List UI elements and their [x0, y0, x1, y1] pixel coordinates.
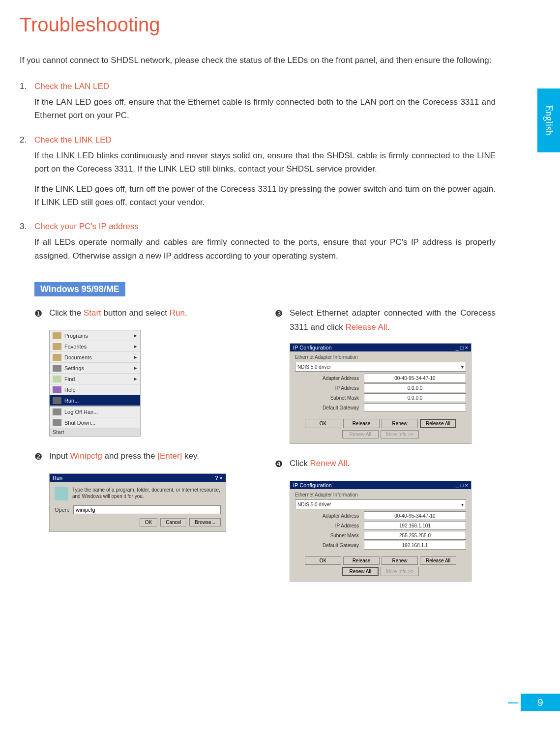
s3-kw1: Release All — [345, 322, 387, 332]
chevron-down-icon: ▾ — [459, 364, 464, 370]
step-2-body-a: If the LINK LED blinks continuously and … — [34, 149, 496, 175]
folder-icon — [53, 354, 61, 361]
ok-button[interactable]: OK — [305, 556, 341, 565]
renew-button[interactable]: Renew — [382, 419, 418, 428]
ip-address-value: 192.168.1.101 — [364, 521, 466, 530]
gateway-value: 192.168.1.1 — [364, 541, 466, 550]
run-title: Run — [53, 475, 62, 481]
s1-mid: button and select — [101, 308, 170, 318]
cancel-button[interactable]: Cancel — [160, 518, 186, 526]
figure-start-menu: Programs▸ Favorites▸ Documents▸ Settings… — [49, 330, 141, 437]
menu-programs[interactable]: Programs▸ — [50, 330, 140, 341]
close-icon[interactable]: ? × — [215, 475, 223, 481]
adapter-combo[interactable]: NDIS 5.0 driver ▾ — [295, 499, 466, 509]
more-info-button[interactable]: More Info >> — [381, 567, 419, 576]
ip-address-label: IP Address — [295, 523, 364, 528]
arrow-icon: ▸ — [134, 365, 137, 371]
browse-button[interactable]: Browse... — [189, 518, 221, 526]
adapter-address-label: Adapter Address — [295, 376, 364, 381]
ok-button[interactable]: OK — [140, 518, 157, 526]
renew-button[interactable]: Renew — [382, 556, 418, 565]
arrow-icon: ▸ — [134, 332, 137, 339]
subnet-mask-label: Subnet Mask — [295, 395, 364, 401]
col-left: ❶ Click the Start button and select Run.… — [34, 306, 255, 594]
ipcfg2-title: IP Configuration — [293, 482, 332, 488]
ipcfg2-group: Ethernet Adapter Information — [295, 492, 466, 497]
figure-run-dialog: Run ? × Type the name of a program, fold… — [49, 473, 226, 532]
window-controls-icon[interactable]: _ □ × — [456, 345, 468, 350]
step-2-body-b: If the LINK LED goes off, turn off the p… — [34, 182, 496, 209]
page-title: Troubleshooting — [20, 14, 540, 36]
bullet-2: ❷ — [34, 449, 49, 465]
step-2: Check the LINK LED If the LINK LED blink… — [20, 135, 496, 209]
step-1-title: Check the LAN LED — [34, 82, 496, 91]
menu-shutdown[interactable]: Shut Down... — [50, 417, 140, 428]
gateway-label: Default Gateway — [295, 405, 364, 410]
release-button[interactable]: Release — [343, 419, 380, 428]
s3-post: . — [387, 322, 389, 332]
page-number: 9 — [521, 694, 560, 711]
arrow-icon: ▸ — [134, 376, 137, 382]
menu-logoff-label: Log Off Han... — [64, 409, 98, 415]
menu-logoff[interactable]: Log Off Han... — [50, 407, 140, 417]
s4-post: . — [347, 459, 350, 468]
ipcfg1-title: IP Configuration — [293, 345, 332, 350]
release-button[interactable]: Release — [343, 556, 380, 565]
menu-run[interactable]: Run... — [50, 395, 140, 406]
s1-kw2: Run — [170, 308, 185, 318]
menu-help[interactable]: Help — [50, 384, 140, 395]
ip-address-label: IP Address — [295, 385, 364, 391]
step-3-title: Check your PC's IP address — [34, 222, 496, 232]
menu-run-label: Run... — [64, 398, 79, 404]
key-icon — [53, 408, 61, 415]
run-titlebar: Run ? × — [50, 474, 226, 482]
open-input[interactable] — [73, 505, 221, 514]
menu-settings-label: Settings — [64, 365, 84, 371]
chevron-down-icon: ▾ — [459, 502, 464, 507]
menu-documents[interactable]: Documents▸ — [50, 352, 140, 363]
subnet-mask-value: 255.255.255.0 — [364, 531, 466, 540]
ipcfg1-titlebar: IP Configuration _ □ × — [290, 344, 471, 351]
step-3: Check your PC's IP address If all LEDs o… — [20, 222, 496, 262]
language-tab: English — [537, 88, 560, 152]
menu-documents-label: Documents — [64, 354, 92, 360]
s4-kw1: Renew All — [310, 459, 348, 468]
intro-text: If you cannot connect to SHDSL network, … — [20, 54, 496, 67]
folder-icon — [53, 332, 61, 339]
step-3-body: If all LEDs operate normally and cables … — [34, 235, 496, 262]
os-tag: Windows 95/98/ME — [34, 282, 125, 296]
subnet-mask-label: Subnet Mask — [295, 533, 364, 538]
step-2-title: Check the LINK LED — [34, 135, 496, 145]
menu-settings[interactable]: Settings▸ — [50, 363, 140, 374]
substep-2-text: Input Winipcfg and press the [Enter] key… — [49, 449, 255, 465]
bullet-4: ❹ — [275, 457, 290, 472]
bullet-1: ❶ — [34, 306, 49, 321]
adapter-combo[interactable]: NDIS 5.0 driver ▾ — [295, 362, 466, 372]
release-all-button[interactable]: Release All — [420, 419, 456, 428]
step-1-body: If the LAN LED goes off, ensure that the… — [34, 95, 496, 122]
more-info-button[interactable]: More Info >> — [381, 430, 419, 438]
run-icon — [55, 487, 68, 500]
find-icon — [53, 376, 61, 382]
arrow-icon: ▸ — [134, 354, 137, 360]
start-button[interactable]: Start — [50, 428, 140, 436]
renew-all-button[interactable]: Renew All — [342, 430, 379, 438]
shutdown-icon — [53, 419, 61, 426]
figure-ipconfig-1: IP Configuration _ □ × Ethernet Adapter … — [290, 343, 472, 444]
window-controls-icon[interactable]: _ □ × — [456, 482, 468, 488]
s1-pre: Click the — [49, 308, 84, 318]
ok-button[interactable]: OK — [305, 419, 341, 428]
release-all-button[interactable]: Release All — [420, 556, 456, 565]
menu-shutdown-label: Shut Down... — [64, 420, 95, 426]
substep-3-text: Select Ethernet adapter connected with t… — [290, 306, 496, 335]
menu-favorites[interactable]: Favorites▸ — [50, 341, 140, 352]
substep-4-text: Click Renew All. — [290, 457, 496, 472]
s2-post: key. — [182, 451, 199, 461]
menu-find[interactable]: Find▸ — [50, 374, 140, 384]
ipcfg1-group: Ethernet Adapter Information — [295, 354, 466, 360]
renew-all-button[interactable]: Renew All — [342, 567, 379, 576]
substep-2: ❷ Input Winipcfg and press the [Enter] k… — [34, 449, 255, 465]
adapter-combo-value: NDIS 5.0 driver — [297, 502, 331, 507]
substep-1: ❶ Click the Start button and select Run. — [34, 306, 255, 321]
s2-kw2: [Enter] — [157, 451, 182, 461]
